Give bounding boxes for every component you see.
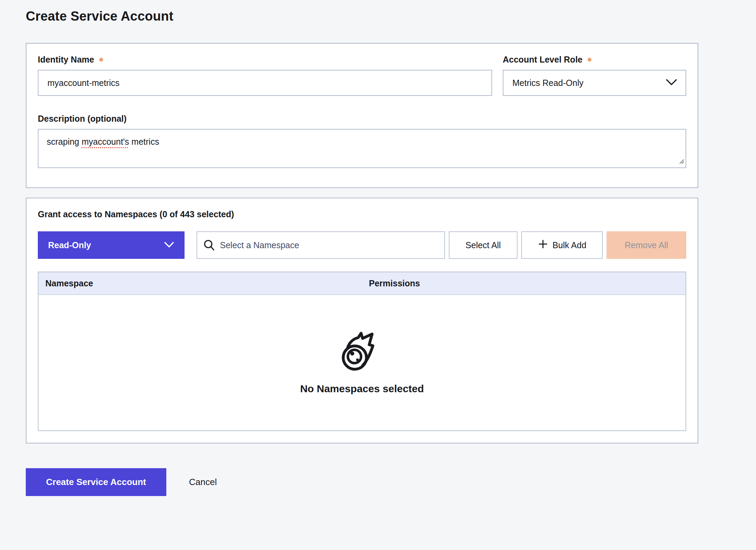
namespaces-toolbar: Read-Only Select All xyxy=(38,231,686,259)
account-level-role-selected-value: Metrics Read-Only xyxy=(512,78,583,88)
identity-name-label: Identity Name xyxy=(38,55,94,65)
description-field: Description (optional) scraping myaccoun… xyxy=(38,113,686,168)
cancel-button[interactable]: Cancel xyxy=(189,477,217,487)
column-header-permissions: Permissions xyxy=(362,278,686,288)
bulk-add-label: Bulk Add xyxy=(553,240,587,250)
identity-name-input[interactable] xyxy=(38,70,492,96)
identity-name-field: Identity Name xyxy=(38,54,492,96)
namespaces-table-empty-state: No Namespaces selected xyxy=(38,295,686,430)
grant-namespaces-card: Grant access to Namespaces (0 of 443 sel… xyxy=(26,198,698,443)
description-textarea[interactable]: scraping myaccount's metrics xyxy=(38,129,686,168)
description-label: Description (optional) xyxy=(38,114,126,124)
form-actions: Create Service Account Cancel xyxy=(26,468,756,496)
description-label-row: Description (optional) xyxy=(38,113,686,124)
page-title: Create Service Account xyxy=(26,9,756,24)
identity-name-label-row: Identity Name xyxy=(38,54,492,65)
required-dot xyxy=(588,58,591,62)
chevron-down-icon xyxy=(666,78,677,88)
account-level-role-label-row: Account Level Role xyxy=(503,54,686,65)
account-level-role-field: Account Level Role Metrics Read-Only xyxy=(503,54,686,96)
description-misspelled-word: myaccount's xyxy=(81,137,129,146)
namespace-search-input[interactable] xyxy=(197,231,445,259)
select-all-label: Select All xyxy=(466,240,501,250)
account-details-card: Identity Name Account Level Role Metrics… xyxy=(26,43,698,188)
grant-namespaces-heading: Grant access to Namespaces (0 of 443 sel… xyxy=(38,209,686,220)
permission-role-dropdown[interactable]: Read-Only xyxy=(38,231,185,259)
namespaces-table: Namespace Permissions No Namespaces sele… xyxy=(38,272,686,431)
remove-all-label: Remove All xyxy=(625,240,668,250)
namespaces-table-header: Namespace Permissions xyxy=(38,272,686,295)
bulk-add-button[interactable]: Bulk Add xyxy=(521,231,603,259)
plus-icon xyxy=(538,239,548,251)
account-level-role-select[interactable]: Metrics Read-Only xyxy=(503,70,686,96)
column-header-namespace: Namespace xyxy=(38,278,362,288)
remove-all-button[interactable]: Remove All xyxy=(607,231,686,259)
description-text: metrics xyxy=(129,137,159,146)
account-level-role-label: Account Level Role xyxy=(503,55,582,65)
resize-handle-icon[interactable] xyxy=(678,156,685,166)
required-dot xyxy=(99,58,103,62)
create-service-account-button[interactable]: Create Service Account xyxy=(26,468,166,496)
comet-icon xyxy=(342,331,383,373)
chevron-down-icon xyxy=(164,240,174,250)
create-service-account-page: Create Service Account Identity Name Acc… xyxy=(0,0,756,496)
namespace-search xyxy=(197,231,445,259)
description-text: scraping xyxy=(47,137,81,146)
empty-state-text: No Namespaces selected xyxy=(300,383,424,395)
permission-role-selected-value: Read-Only xyxy=(48,240,91,250)
select-all-button[interactable]: Select All xyxy=(449,231,518,259)
identity-role-row: Identity Name Account Level Role Metrics… xyxy=(38,54,686,96)
